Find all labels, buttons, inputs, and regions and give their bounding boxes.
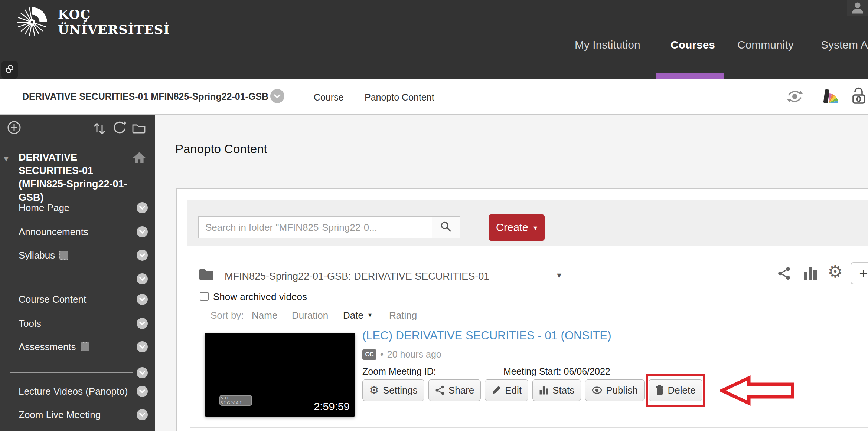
active-tab-indicator	[656, 73, 724, 79]
sidebar-item-tools[interactable]: Tools	[19, 317, 41, 330]
blackboard-panopto-page: KOÇ ÜNİVERSİTESİ My Institution Courses …	[0, 0, 868, 431]
settings-button[interactable]: ⚙ Settings	[362, 379, 424, 401]
publish-button-label: Publish	[606, 385, 637, 396]
sidebar-item-label: Course Content	[19, 293, 86, 306]
collapse-course-caret[interactable]: ▾	[4, 153, 9, 164]
share-button[interactable]: Share	[428, 379, 481, 401]
meeting-start-label: Meeting Start: 06/06/2022	[503, 366, 610, 377]
search-input[interactable]	[198, 216, 432, 238]
video-meta-row: CC • 20 hours ago	[362, 349, 441, 360]
add-menu-item-icon[interactable]	[7, 120, 22, 136]
chevron-down-icon[interactable]	[137, 318, 148, 329]
theme-palette-icon[interactable]	[823, 88, 839, 106]
search-button[interactable]	[432, 216, 460, 238]
create-button-label: Create	[496, 221, 528, 234]
sidebar-item-zoom-live-meeting[interactable]: Zoom Live Meeting	[19, 408, 101, 421]
sidebar-course-name[interactable]: DERIVATIVE SECURITIES-01 (MFIN825-Spring…	[19, 151, 134, 204]
trash-icon	[655, 385, 664, 395]
folder-dropdown-caret[interactable]: ▾	[557, 270, 561, 280]
sidebar-item-label: Zoom Live Meeting	[19, 408, 101, 421]
folder-title[interactable]: MFIN825-Spring22-01-GSB: DERIVATIVE SECU…	[225, 271, 489, 282]
bullet-separator: •	[380, 349, 384, 360]
sidebar-item-label: Announcements	[19, 226, 88, 238]
row-bottom-divider	[190, 427, 868, 428]
sidebar-item-home-page[interactable]: Home Page	[19, 201, 69, 214]
sort-option-duration[interactable]: Duration	[292, 310, 328, 321]
link-tool-badge[interactable]	[1, 61, 18, 79]
stats-button[interactable]: Stats	[532, 379, 581, 401]
folder-stats-icon[interactable]	[803, 265, 818, 282]
sort-option-date[interactable]: Date	[343, 310, 363, 321]
pencil-icon	[492, 385, 501, 395]
gear-icon: ⚙	[369, 385, 379, 396]
course-sidebar: ▾ DERIVATIVE SECURITIES-01 (MFIN825-Spri…	[0, 115, 155, 431]
chevron-down-icon[interactable]	[137, 273, 148, 284]
link-icon	[4, 64, 15, 76]
video-title-link[interactable]: (LEC) DERIVATIVE SECURITIES - 01 (ONSITE…	[362, 329, 611, 342]
share-folder-icon[interactable]	[777, 267, 791, 282]
video-duration: 2:59:59	[314, 401, 350, 413]
tab-courses[interactable]: Courses	[670, 37, 715, 53]
tab-community[interactable]: Community	[737, 37, 794, 53]
create-button[interactable]: Create ▾	[489, 214, 545, 241]
eye-icon	[592, 386, 602, 394]
person-icon	[851, 1, 864, 16]
sidebar-item-assessments[interactable]: Assessments	[19, 340, 89, 353]
course-menu-chevron[interactable]	[270, 89, 284, 103]
edit-button[interactable]: Edit	[485, 379, 528, 401]
delete-button[interactable]: Delete	[649, 379, 702, 401]
university-logo-text: KOÇ ÜNİVERSİTESİ	[58, 7, 170, 37]
chevron-down-icon[interactable]	[137, 294, 148, 305]
show-archived-checkbox[interactable]	[200, 292, 209, 301]
user-menu[interactable]	[847, 0, 868, 16]
refresh-icon[interactable]	[112, 120, 126, 136]
sort-option-name[interactable]: Name	[252, 310, 277, 321]
cc-badge: CC	[362, 349, 376, 360]
university-logo[interactable]: KOÇ ÜNİVERSİTESİ	[16, 4, 170, 40]
tab-system-admin[interactable]: System Admin	[821, 37, 868, 53]
breadcrumb-bar: DERIVATIVE SECURITIES-01 MFIN825-Spring2…	[0, 79, 868, 115]
sidebar-item-label: Lecture Videos (Panopto)	[19, 385, 128, 398]
video-actions-row: ⚙ Settings Share Edit Stats	[362, 379, 702, 401]
sidebar-item-lecture-videos[interactable]: Lecture Videos (Panopto)	[19, 385, 128, 398]
folder-settings-gear-icon[interactable]: ⚙	[828, 263, 843, 280]
share-button-label: Share	[448, 385, 474, 396]
sidebar-item-syllabus[interactable]: Syllabus	[19, 249, 68, 261]
sidebar-divider	[10, 372, 133, 373]
folder-view-icon[interactable]	[132, 122, 146, 135]
breadcrumb-link-course[interactable]: Course	[314, 92, 344, 103]
sort-option-rating[interactable]: Rating	[389, 310, 417, 321]
chevron-down-icon[interactable]	[137, 226, 148, 237]
home-icon[interactable]	[132, 151, 146, 165]
page-title: Panopto Content	[175, 142, 267, 156]
nautilus-logo-icon	[16, 4, 50, 40]
logo-line2: ÜNİVERSİTESİ	[58, 22, 170, 37]
video-thumbnail[interactable]: NO SIGNAL 2:59:59	[205, 333, 355, 417]
tab-my-institution[interactable]: My Institution	[575, 37, 640, 53]
chevron-down-icon[interactable]	[137, 409, 148, 420]
show-archived-label[interactable]: Show archived videos	[213, 291, 307, 303]
chevron-down-icon[interactable]	[137, 341, 148, 352]
chevron-down-icon[interactable]	[137, 367, 148, 378]
publish-button[interactable]: Publish	[585, 379, 644, 401]
add-session-button[interactable]: +	[851, 262, 868, 284]
delete-button-wrap: Delete	[649, 379, 702, 401]
sidebar-item-label: Home Page	[19, 201, 69, 214]
breadcrumb-course-title: DERIVATIVE SECURITIES-01 MFIN825-Spring2…	[22, 91, 268, 102]
video-age: 20 hours ago	[387, 349, 441, 360]
zoom-meeting-id-label: Zoom Meeting ID:	[362, 366, 436, 377]
reorder-arrows-icon[interactable]	[94, 122, 105, 136]
stats-button-label: Stats	[552, 385, 574, 396]
panopto-panel: Create ▾ MFIN825-Spring22-01-GSB: DERIVA…	[176, 188, 868, 431]
chevron-down-icon[interactable]	[137, 250, 148, 261]
breadcrumb-link-panopto[interactable]: Panopto Content	[365, 92, 434, 103]
sidebar-item-announcements[interactable]: Announcements	[19, 226, 88, 238]
chevron-down-icon[interactable]	[137, 202, 148, 213]
chevron-down-icon[interactable]	[137, 386, 148, 397]
edit-mode-lock-icon[interactable]	[850, 87, 867, 107]
student-preview-icon[interactable]	[786, 89, 803, 105]
folder-icon	[199, 268, 214, 282]
search-icon	[440, 221, 452, 234]
sidebar-item-course-content[interactable]: Course Content	[19, 293, 86, 306]
sort-by-label: Sort by:	[211, 310, 244, 321]
